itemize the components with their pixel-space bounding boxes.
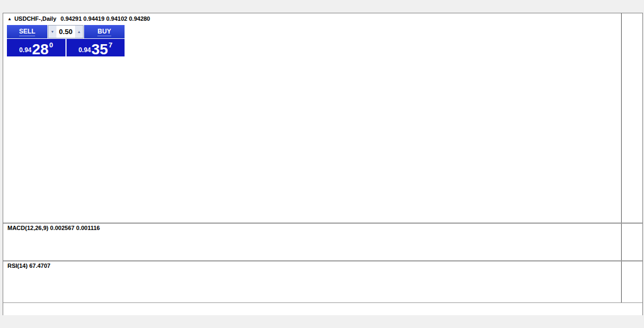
collapse-panel-icon[interactable]: ▲ bbox=[7, 17, 12, 21]
sell-price-big: 28 bbox=[32, 43, 48, 55]
macd-indicator-label: MACD(12,26,9) 0.002567 0.001116 bbox=[7, 225, 100, 231]
chart-title: ▲USDCHF-,Daily0.94291 0.94419 0.94102 0.… bbox=[7, 15, 150, 22]
chevron-up-icon: ▲ bbox=[77, 30, 81, 34]
volume-increase-button[interactable]: ▲ bbox=[75, 26, 83, 38]
buy-price-display[interactable]: 0.94 35 7 bbox=[67, 39, 125, 56]
volume-input[interactable] bbox=[56, 26, 75, 38]
volume-box: ▼ ▲ bbox=[48, 25, 84, 38]
chart-symbol-label: USDCHF-,Daily bbox=[14, 15, 56, 22]
sell-price-prefix: 0.94 bbox=[19, 46, 31, 54]
date-axis-splitter bbox=[3, 302, 642, 303]
volume-decrease-button[interactable]: ▼ bbox=[48, 26, 56, 38]
one-click-trade-panel: SELL ▼ ▲ BUY 0.94 28 0 0.94 35 7 bbox=[7, 25, 125, 56]
chevron-down-icon: ▼ bbox=[51, 30, 54, 34]
buy-price-big: 35 bbox=[92, 43, 108, 55]
buy-button[interactable]: BUY bbox=[84, 25, 125, 38]
timeframe-toolbar bbox=[0, 0, 644, 12]
sell-button[interactable]: SELL bbox=[7, 25, 47, 38]
price-axis[interactable] bbox=[621, 13, 642, 302]
chart-tab-bar bbox=[0, 315, 644, 328]
buy-price-sup: 7 bbox=[109, 41, 112, 49]
chart-ohlc-values: 0.94291 0.94419 0.94102 0.94280 bbox=[61, 15, 150, 22]
chart-window: ▲USDCHF-,Daily0.94291 0.94419 0.94102 0.… bbox=[3, 13, 643, 316]
rsi-panel-splitter[interactable] bbox=[3, 260, 642, 261]
sell-price-sup: 0 bbox=[49, 41, 53, 49]
buy-price-prefix: 0.94 bbox=[78, 46, 90, 54]
macd-panel-splitter[interactable] bbox=[3, 223, 642, 224]
sell-price-display[interactable]: 0.94 28 0 bbox=[7, 39, 65, 56]
date-axis[interactable] bbox=[3, 304, 642, 314]
rsi-indicator-label: RSI(14) 67.4707 bbox=[7, 263, 51, 269]
